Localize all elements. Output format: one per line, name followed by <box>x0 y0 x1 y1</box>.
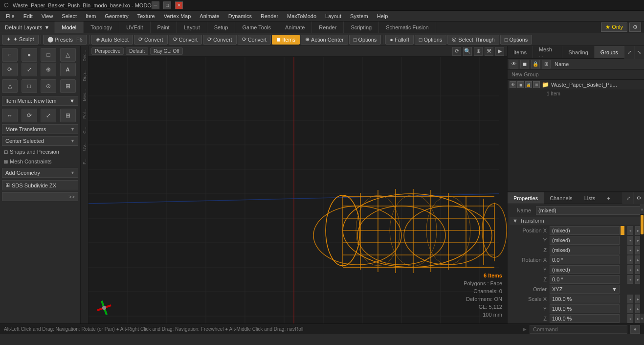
list-misc-icon[interactable]: ⊞ <box>542 60 551 69</box>
presets-button[interactable]: ⬤ Presets F6 <box>43 35 87 45</box>
autoselect-button[interactable]: ◈ Auto Select <box>91 35 133 45</box>
list-eye-icon[interactable]: 👁 <box>510 60 518 69</box>
menu-item[interactable]: Item <box>82 12 100 20</box>
transform-section-header[interactable]: ▼ Transform <box>510 217 642 225</box>
tool-icon-circle[interactable]: ○ <box>2 48 18 62</box>
list-render-icon[interactable]: ◼ <box>520 60 529 69</box>
tool-icon-triangle[interactable]: △ <box>60 48 76 62</box>
vp-play-icon-btn[interactable]: ▶ <box>495 47 504 56</box>
tool-icon-scale[interactable]: ⤢ <box>22 63 37 76</box>
minimize-button[interactable]: ─ <box>152 1 159 9</box>
order-dropdown[interactable]: XYZ ▼ <box>550 285 620 294</box>
eye-vis-icon[interactable]: 👁 <box>510 81 516 88</box>
menu-layout[interactable]: Layout <box>321 12 345 20</box>
options-button-3[interactable]: □ Options <box>500 35 533 45</box>
position-z-value[interactable]: (mixed) <box>550 246 620 254</box>
expand-panel-button[interactable]: >> <box>2 192 78 201</box>
menu-system[interactable]: System <box>346 12 372 20</box>
scroll-up-arrow[interactable]: ▲ <box>640 204 644 214</box>
falloff-button[interactable]: ● Falloff <box>385 35 413 45</box>
snaps-precision-button[interactable]: ⊡ Snaps and Precision <box>3 148 77 156</box>
position-x-value[interactable]: (mixed) <box>550 226 620 235</box>
scale-z-value[interactable]: 100.0 % <box>550 314 620 323</box>
vp-center-icon-btn[interactable]: ⊕ <box>474 47 483 56</box>
position-x-down[interactable]: ◂ <box>627 226 633 235</box>
star-only-button[interactable]: ★ Only <box>601 23 627 32</box>
rotation-x-value[interactable]: 0.0 ° <box>550 255 620 264</box>
menu-view[interactable]: View <box>38 12 57 20</box>
tool-icon-text[interactable]: A <box>60 63 76 76</box>
tab-model[interactable]: Model <box>55 22 84 33</box>
items-tab-mesh[interactable]: Mesh ... <box>533 46 563 58</box>
position-z-down[interactable]: ◂ <box>627 246 633 254</box>
tool-icon-tri2[interactable]: △ <box>2 79 18 93</box>
command-execute-button[interactable]: ● <box>630 325 640 334</box>
items-expand-button[interactable]: ⤢ <box>624 46 634 59</box>
select-through-button[interactable]: ◎ Select Through <box>447 35 499 45</box>
menu-maxtomodo[interactable]: MaxToModo <box>283 12 320 20</box>
position-y-value[interactable]: (mixed) <box>550 236 620 245</box>
tool-icon-move[interactable]: ⊕ <box>41 63 56 76</box>
scale-z-down[interactable]: ◂ <box>627 314 633 323</box>
rotation-z-down[interactable]: ◂ <box>627 275 633 284</box>
misc-vis-icon[interactable]: ⊞ <box>533 81 540 88</box>
items-tab-items[interactable]: Items <box>508 46 533 58</box>
tab-schematic[interactable]: Schematic Fusion <box>379 22 436 33</box>
transform-rotate[interactable]: ⟳ <box>22 109 37 122</box>
transform-misc[interactable]: ⊞ <box>60 109 76 122</box>
scale-y-value[interactable]: 100.0 % <box>550 304 620 313</box>
scene-3d[interactable]: 6 Items Polygons : Face Channels: 0 Defo… <box>89 57 507 323</box>
tool-icon-sphere[interactable]: ● <box>22 48 37 62</box>
props-tab-properties[interactable]: Properties <box>508 192 544 204</box>
items-tab-shading[interactable]: Shading <box>562 46 594 58</box>
convert-button-1[interactable]: ⟳ Convert <box>134 35 168 45</box>
vp-raygl-btn[interactable]: Ray GL: Off <box>150 47 183 55</box>
tool-icon-rotate[interactable]: ⟳ <box>2 63 18 76</box>
tab-render[interactable]: Render <box>312 22 344 33</box>
vp-zoom-icon-btn[interactable]: 🔍 <box>463 47 472 56</box>
name-value[interactable]: (mixed) <box>536 206 642 215</box>
tab-paint[interactable]: Paint <box>151 22 177 33</box>
rotation-y-value[interactable]: (mixed) <box>550 265 620 274</box>
center-selected-button[interactable]: Center Selected ▼ <box>2 136 78 146</box>
add-geometry-button[interactable]: Add Geometry ▼ <box>2 168 78 178</box>
tab-scripting[interactable]: Scripting <box>344 22 379 33</box>
vp-perspective-btn[interactable]: Perspective <box>91 47 124 55</box>
menu-file[interactable]: File <box>2 12 19 20</box>
table-row[interactable]: 👁 ◼ 🔒 ⊞ 📁 Waste_Paper_Basket_Pu... <box>508 80 644 90</box>
items-button[interactable]: ◼ Items <box>272 35 300 45</box>
convert-button-3[interactable]: ⟳ Convert <box>203 35 237 45</box>
props-tab-plus[interactable]: + <box>601 192 616 204</box>
rotation-x-down[interactable]: ◂ <box>627 255 633 264</box>
transform-move[interactable]: ↔ <box>2 109 18 122</box>
action-center-button[interactable]: ⊕ Action Center <box>301 35 348 45</box>
scroll-thumb[interactable] <box>641 215 644 234</box>
vp-rotate-icon-btn[interactable]: ⟳ <box>452 47 461 56</box>
sds-subdivide-button[interactable]: ⊞ SDS Subdivide ZX <box>2 180 78 190</box>
sculpt-button[interactable]: ✦ ✦ Sculpt <box>2 35 39 45</box>
convert-button-2[interactable]: ⟳ Convert <box>169 35 202 45</box>
maximize-button[interactable]: □ <box>163 1 171 9</box>
items-tab-groups[interactable]: Groups <box>595 46 624 58</box>
item-menu-dropdown[interactable]: Item Menu: New Item ▼ <box>2 96 78 106</box>
command-input[interactable] <box>530 325 627 334</box>
menu-help[interactable]: Help <box>373 12 392 20</box>
tab-animate[interactable]: Animate <box>278 22 312 33</box>
menu-texture[interactable]: Texture <box>133 12 159 20</box>
mesh-constraints-button[interactable]: ⊠ Mesh Constraints <box>3 158 77 165</box>
tab-layout[interactable]: Layout <box>177 22 207 33</box>
tab-uvedit[interactable]: UVEdit <box>119 22 150 33</box>
menu-animate[interactable]: Animate <box>196 12 223 20</box>
position-y-down[interactable]: ◂ <box>627 236 633 245</box>
tool-icon-box2[interactable]: □ <box>22 79 37 93</box>
menu-select[interactable]: Select <box>58 12 81 20</box>
tool-icon-ring[interactable]: ⊙ <box>41 79 56 93</box>
tab-gametools[interactable]: Game Tools <box>235 22 278 33</box>
menu-dynamics[interactable]: Dynamics <box>224 12 256 20</box>
more-transforms-button[interactable]: More Transforms ▼ <box>2 124 78 134</box>
menu-edit[interactable]: Edit <box>20 12 37 20</box>
tool-icon-grid[interactable]: ⊞ <box>60 79 76 93</box>
render-vis-icon[interactable]: ◼ <box>517 81 524 88</box>
props-settings-button[interactable]: ⚙ <box>633 192 644 204</box>
options-button-1[interactable]: □ Options <box>349 35 381 45</box>
